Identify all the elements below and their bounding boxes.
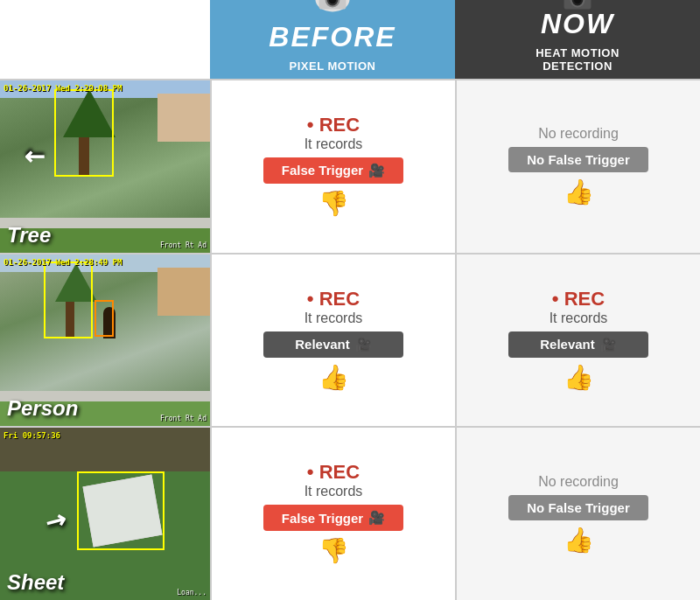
person-now-it-records: It records: [550, 310, 608, 326]
sheet-timestamp: Fri 09:57:36: [4, 431, 60, 440]
tree-before-rec: • REC: [307, 115, 360, 135]
tree-before-video-icon: 🎥: [368, 163, 385, 178]
sheet-now-no-rec: No recording: [538, 474, 619, 490]
sheet-before-badge: False Trigger 🎥: [263, 505, 403, 531]
person-now-thumb: 👍: [564, 363, 594, 392]
person-cam-label: Front Rt Ad: [160, 415, 206, 422]
sheet-before-rec: • REC: [307, 463, 360, 482]
person-before-it-records: It records: [304, 310, 363, 326]
before-tree: • REC It records False Trigger 🎥 👎: [210, 80, 455, 253]
person-timestamp: 01-26-2017 Wed 2:28:49 PM: [4, 258, 122, 267]
tree-before-badge: False Trigger 🎥: [263, 157, 403, 184]
person-now-rec: • REC: [552, 290, 605, 309]
person-label: Person: [7, 396, 78, 421]
house-tree: [158, 94, 210, 142]
house-person: [158, 268, 210, 316]
tree-arrow: ↗: [18, 141, 52, 176]
now-subtitle: HEAT MOTION DETECTION: [530, 43, 625, 79]
before-camera-icon-container: [308, 0, 357, 26]
image-sheet: ↗ Fri 09:57:36 Loan... Sheet: [0, 428, 210, 600]
tree-now-no-rec: No recording: [538, 126, 619, 142]
before-title: BEFORE: [269, 23, 396, 56]
sheet-label: Sheet: [7, 570, 64, 595]
header-now-col: NOW HEAT MOTION DETECTION: [455, 0, 700, 79]
header-row: BEFORE PIXEL MOTION NOW: [0, 0, 700, 79]
tree-timestamp: 01-26-2017 Wed 2:29:08 PM: [4, 84, 122, 93]
before-sheet: • REC It records False Trigger 🎥 👎: [210, 428, 455, 600]
person-before-badge-label: Relevant: [295, 337, 350, 352]
now-tree: No recording No False Trigger 👍: [455, 80, 700, 253]
person-before-thumb: 👍: [318, 363, 349, 392]
footage-person: 01-26-2017 Wed 2:28:49 PM Front Rt Ad Pe…: [0, 255, 210, 427]
sheet-before-rec-line: • REC: [307, 463, 360, 482]
sheet-yellow-box: [77, 471, 164, 550]
tree-before-badge-label: False Trigger: [282, 163, 363, 178]
header-before-col: BEFORE PIXEL MOTION: [210, 0, 455, 79]
person-before-rec: • REC: [307, 290, 360, 309]
person-before-video-icon: 🎥: [355, 337, 372, 352]
sheet-before-thumb: 👎: [318, 536, 349, 565]
footage-sheet: ↗ Fri 09:57:36 Loan... Sheet: [0, 428, 210, 600]
person-before-rec-line: • REC: [307, 290, 360, 309]
person-now-badge-label: Relevant: [540, 337, 595, 352]
tree-before-it-records: It records: [304, 136, 363, 152]
image-person: 01-26-2017 Wed 2:28:49 PM Front Rt Ad Pe…: [0, 255, 210, 427]
sheet-cam-label: Loan...: [177, 589, 206, 597]
tree-before-thumb: 👎: [318, 189, 349, 218]
person-now-video-icon: 🎥: [600, 337, 617, 352]
footage-tree: ↗ 01-26-2017 Wed 2:29:08 PM Front Rt Ad …: [0, 80, 210, 253]
main-container: BEFORE PIXEL MOTION NOW: [0, 0, 700, 600]
tree-rec-line: • REC: [307, 115, 360, 135]
now-sheet: No recording No False Trigger 👍: [455, 428, 700, 600]
tree-now-badge: No False Trigger: [508, 147, 648, 172]
sheet-now-thumb: 👍: [564, 526, 594, 555]
before-camera-icon: [308, 0, 357, 23]
tree-cam-label: Front Rt Ad: [160, 241, 206, 249]
tree-now-thumb: 👍: [564, 178, 594, 206]
before-person: • REC It records Relevant 🎥 👍: [210, 255, 455, 427]
sheet-before-badge-label: False Trigger: [282, 511, 363, 526]
person-now-badge: Relevant 🎥: [508, 331, 648, 358]
row-sheet: ↗ Fri 09:57:36 Loan... Sheet • REC It re…: [0, 426, 700, 600]
now-camera-icon-container: [553, 0, 602, 26]
row-person: 01-26-2017 Wed 2:28:49 PM Front Rt Ad Pe…: [0, 253, 700, 427]
sheet-before-video-icon: 🎥: [368, 510, 385, 526]
header-spacer: [0, 0, 210, 79]
now-person: • REC It records Relevant 🎥 👍: [455, 255, 700, 427]
image-tree: ↗ 01-26-2017 Wed 2:29:08 PM Front Rt Ad …: [0, 80, 210, 253]
tree-yellow-box: [54, 89, 114, 177]
person-orange-box: [94, 300, 114, 337]
person-before-badge: Relevant 🎥: [263, 331, 403, 358]
tree-now-badge-label: No False Trigger: [527, 152, 630, 167]
tree-label: Tree: [7, 223, 51, 248]
before-subtitle: PIXEL MOTION: [284, 56, 382, 79]
sheet-now-badge: No False Trigger: [508, 495, 648, 520]
row-tree: ↗ 01-26-2017 Wed 2:29:08 PM Front Rt Ad …: [0, 79, 700, 253]
now-camera-icon: [553, 0, 602, 23]
person-now-rec-line: • REC: [552, 290, 605, 309]
data-rows: ↗ 01-26-2017 Wed 2:29:08 PM Front Rt Ad …: [0, 79, 700, 600]
sheet-before-it-records: It records: [304, 484, 363, 499]
sheet-now-badge-label: No False Trigger: [527, 500, 630, 515]
person-tree-box: [44, 262, 93, 338]
